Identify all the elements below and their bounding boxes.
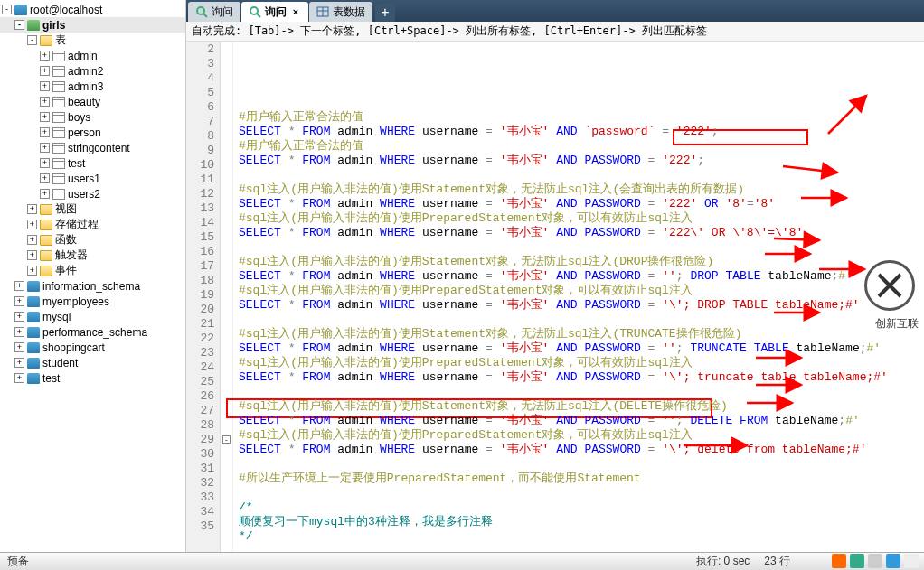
tree-folder-events[interactable]: +事件: [0, 263, 185, 278]
code-line-23[interactable]: SELECT * FROM admin WHERE username = '韦小…: [239, 414, 924, 428]
tree-db-performance_schema[interactable]: +performance_schema: [0, 324, 185, 340]
tray-icon-1[interactable]: [832, 554, 846, 568]
tree-table-beauty[interactable]: +beauty: [0, 94, 185, 109]
table-icon: [52, 173, 65, 184]
svg-point-2: [250, 7, 258, 14]
code-line-22[interactable]: #sql注入(用户输入非法的值)使用Statement对象，无法防止sql注入(…: [239, 399, 924, 414]
expand-icon[interactable]: +: [40, 143, 50, 153]
code-line-6[interactable]: [239, 168, 924, 182]
close-icon[interactable]: ×: [290, 6, 301, 17]
tree-db-information_schema[interactable]: +information_schema: [0, 278, 185, 294]
tree-folder-procs[interactable]: +存储过程: [0, 217, 185, 232]
tree-table-admin3[interactable]: +admin3: [0, 79, 185, 94]
expand-icon[interactable]: +: [27, 266, 37, 276]
code-line-2[interactable]: #用户输入正常合法的值: [239, 110, 924, 125]
code-line-8[interactable]: SELECT * FROM admin WHERE username = '韦小…: [239, 197, 924, 211]
tray-icon-4[interactable]: [886, 554, 900, 568]
code-line-31[interactable]: */: [239, 529, 924, 544]
code-line-21[interactable]: [239, 385, 924, 399]
collapse-icon[interactable]: -: [27, 35, 37, 45]
tray-icon-2[interactable]: [850, 554, 864, 568]
tree-db-myemployees[interactable]: +myemployees: [0, 294, 185, 309]
tree-folder-triggers[interactable]: +触发器: [0, 248, 185, 263]
code-line-29[interactable]: /*: [239, 500, 924, 515]
object-browser[interactable]: - root@localhost - girls - 表 +admin+admi…: [0, 0, 186, 552]
code-line-20[interactable]: SELECT * FROM admin WHERE username = '韦小…: [239, 370, 924, 385]
add-tab-button[interactable]: +: [375, 4, 395, 22]
code-line-26[interactable]: [239, 457, 924, 472]
expand-icon[interactable]: +: [14, 373, 24, 383]
tree-table-test[interactable]: +test: [0, 155, 185, 171]
tree-db-shoppingcart[interactable]: +shoppingcart: [0, 340, 185, 355]
expand-icon[interactable]: +: [40, 127, 50, 137]
collapse-icon[interactable]: -: [2, 5, 12, 14]
tree-db-girls[interactable]: - girls: [0, 17, 185, 33]
server-icon: [14, 5, 27, 15]
tab-tabledata[interactable]: 表数据: [309, 2, 372, 22]
code-body[interactable]: #用户输入正常合法的值SELECT * FROM admin WHERE use…: [233, 42, 924, 552]
expand-icon[interactable]: +: [27, 220, 37, 229]
tree-db-test[interactable]: +test: [0, 370, 185, 386]
code-line-15[interactable]: SELECT * FROM admin WHERE username = '韦小…: [239, 298, 924, 313]
expand-icon[interactable]: +: [27, 204, 37, 214]
expand-icon[interactable]: +: [14, 327, 24, 337]
code-line-32[interactable]: [239, 544, 924, 552]
tray-icon-3[interactable]: [868, 554, 882, 568]
tree-table-admin2[interactable]: +admin2: [0, 63, 185, 79]
code-line-3[interactable]: SELECT * FROM admin WHERE username = '韦小…: [239, 125, 924, 139]
code-line-24[interactable]: #sql注入(用户输入非法的值)使用PreparedStatement对象，可以…: [239, 428, 924, 443]
collapse-icon[interactable]: -: [14, 20, 24, 30]
expand-icon[interactable]: +: [40, 97, 50, 107]
tree-db-student[interactable]: +student: [0, 355, 185, 370]
expand-icon[interactable]: +: [14, 281, 24, 291]
database-icon: [27, 20, 40, 31]
tree-folder-funcs[interactable]: +函数: [0, 232, 185, 248]
expand-icon[interactable]: +: [14, 358, 24, 368]
tree-table-stringcontent[interactable]: +stringcontent: [0, 140, 185, 155]
tree-table-admin[interactable]: +admin: [0, 48, 185, 63]
code-line-13[interactable]: SELECT * FROM admin WHERE username = '韦小…: [239, 269, 924, 284]
code-line-11[interactable]: [239, 240, 924, 255]
code-line-7[interactable]: #sql注入(用户输入非法的值)使用Statement对象，无法防止sql注入(…: [239, 182, 924, 197]
root-label: root@localhost: [30, 4, 102, 16]
tree-root[interactable]: - root@localhost: [0, 2, 185, 17]
code-line-19[interactable]: #sql注入(用户输入非法的值)使用PreparedStatement对象，可以…: [239, 356, 924, 370]
expand-icon[interactable]: +: [40, 51, 50, 61]
expand-icon[interactable]: +: [40, 158, 50, 168]
expand-icon[interactable]: +: [14, 342, 24, 352]
tray-icon-5[interactable]: [904, 554, 919, 568]
code-line-16[interactable]: [239, 313, 924, 327]
code-line-30[interactable]: 顺便复习一下mysql中的3种注释，我是多行注释: [239, 515, 924, 529]
code-line-27[interactable]: #所以生产环境上一定要使用PreparedStatement，而不能使用Stat…: [239, 472, 924, 486]
tree-table-users1[interactable]: +users1: [0, 171, 185, 186]
code-line-12[interactable]: #sql注入(用户输入非法的值)使用Statement对象，无法防止sql注入(…: [239, 255, 924, 269]
tree-folder-tables[interactable]: - 表: [0, 33, 185, 48]
tab-query-2[interactable]: 询问 ×: [241, 2, 308, 22]
expand-icon[interactable]: +: [40, 189, 50, 199]
tab-query-1[interactable]: 询问: [188, 2, 240, 22]
code-line-5[interactable]: SELECT * FROM admin WHERE username = '韦小…: [239, 154, 924, 168]
code-line-4[interactable]: #用户输入正常合法的值: [239, 139, 924, 154]
code-editor[interactable]: 2345678910111213141516171819202122232425…: [186, 42, 924, 552]
expand-icon[interactable]: +: [40, 112, 50, 122]
tree-folder-views[interactable]: +视图: [0, 201, 185, 217]
expand-icon[interactable]: +: [27, 235, 37, 245]
tree-db-mysql[interactable]: +mysql: [0, 309, 185, 324]
table-icon: [316, 5, 329, 18]
tree-table-person[interactable]: +person: [0, 125, 185, 140]
code-line-25[interactable]: SELECT * FROM admin WHERE username = '韦小…: [239, 443, 924, 457]
code-line-17[interactable]: #sql注入(用户输入非法的值)使用Statement对象，无法防止sql注入(…: [239, 327, 924, 341]
code-line-18[interactable]: SELECT * FROM admin WHERE username = '韦小…: [239, 341, 924, 356]
expand-icon[interactable]: +: [14, 312, 24, 322]
expand-icon[interactable]: +: [40, 66, 50, 76]
expand-icon[interactable]: +: [14, 296, 24, 306]
code-line-28[interactable]: [239, 486, 924, 500]
expand-icon[interactable]: +: [40, 173, 50, 183]
tree-table-boys[interactable]: +boys: [0, 109, 185, 125]
tree-table-users2[interactable]: +users2: [0, 186, 185, 201]
code-line-10[interactable]: SELECT * FROM admin WHERE username = '韦小…: [239, 226, 924, 240]
expand-icon[interactable]: +: [27, 250, 37, 260]
code-line-14[interactable]: #sql注入(用户输入非法的值)使用PreparedStatement对象，可以…: [239, 284, 924, 298]
code-line-9[interactable]: #sql注入(用户输入非法的值)使用PreparedStatement对象，可以…: [239, 211, 924, 226]
expand-icon[interactable]: +: [40, 81, 50, 91]
